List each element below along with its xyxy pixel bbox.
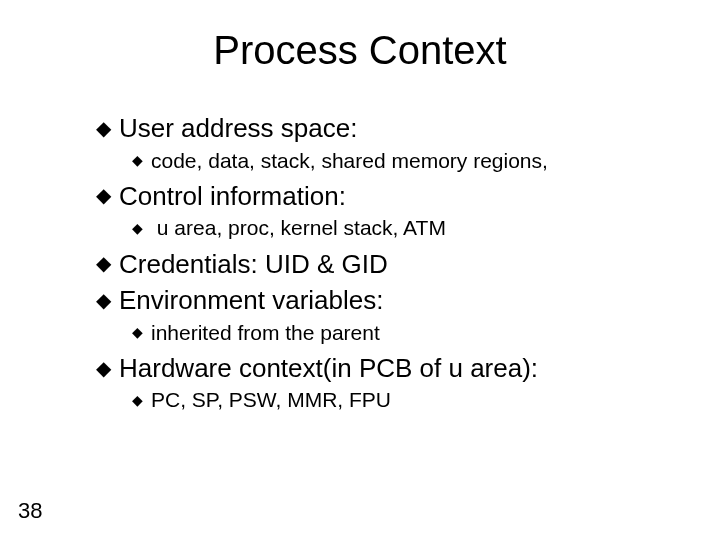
- item-text: Hardware context(in PCB of u area):: [119, 353, 538, 383]
- bullet-icon: ◆: [96, 356, 111, 381]
- item-text: Environment variables:: [119, 285, 383, 315]
- slide-title: Process Context: [0, 28, 720, 73]
- item-text: Credentials: UID & GID: [119, 249, 388, 279]
- item-text: User address space:: [119, 113, 357, 143]
- list-item: ◆Control information:: [96, 180, 680, 213]
- list-item: ◆PC, SP, PSW, MMR, FPU: [132, 386, 680, 413]
- list-item: ◆code, data, stack, shared memory region…: [132, 147, 680, 174]
- item-text: inherited from the parent: [151, 321, 380, 344]
- bullet-icon: ◆: [96, 183, 111, 208]
- bullet-icon: ◆: [96, 251, 111, 276]
- list-item: ◆Credentials: UID & GID: [96, 248, 680, 281]
- bullet-icon: ◆: [96, 288, 111, 313]
- bullet-icon: ◆: [132, 151, 143, 169]
- list-item: ◆inherited from the parent: [132, 319, 680, 346]
- bullet-icon: ◆: [132, 323, 143, 341]
- bullet-icon: ◆: [96, 116, 111, 141]
- item-text: PC, SP, PSW, MMR, FPU: [151, 388, 391, 411]
- slide: Process Context ◆User address space: ◆co…: [0, 0, 720, 540]
- list-item: ◆Environment variables:: [96, 284, 680, 317]
- list-item: ◆ u area, proc, kernel stack, ATM: [132, 214, 680, 241]
- list-item: ◆User address space:: [96, 112, 680, 145]
- list-item: ◆Hardware context(in PCB of u area):: [96, 352, 680, 385]
- item-text: u area, proc, kernel stack, ATM: [151, 216, 446, 239]
- page-number: 38: [18, 498, 42, 524]
- bullet-icon: ◆: [132, 219, 143, 237]
- slide-body: ◆User address space: ◆code, data, stack,…: [96, 108, 680, 420]
- bullet-icon: ◆: [132, 391, 143, 409]
- item-text: code, data, stack, shared memory regions…: [151, 149, 548, 172]
- item-text: Control information:: [119, 181, 346, 211]
